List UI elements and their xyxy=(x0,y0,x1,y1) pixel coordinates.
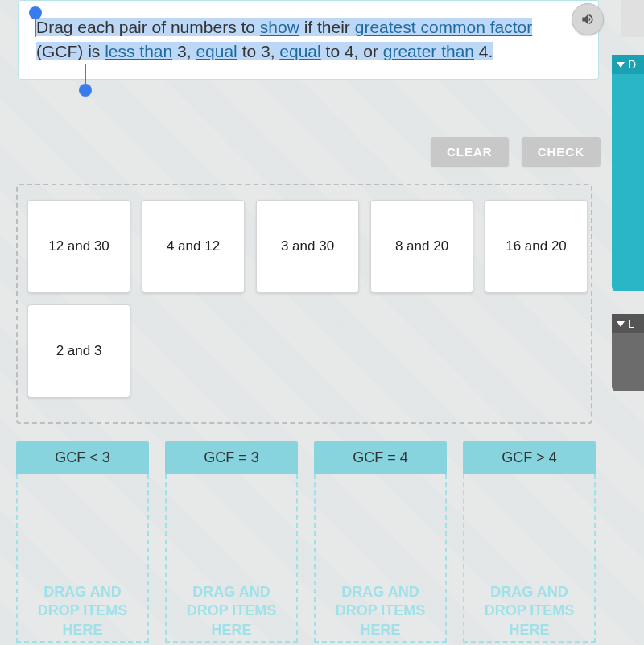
dropzones-row: GCF < 3DRAG AND DROP ITEMS HEREGCF = 3DR… xyxy=(16,441,596,643)
question-prompt: Drag each pair of numbers to show if the… xyxy=(18,0,599,80)
number-card[interactable]: 8 and 20 xyxy=(370,200,473,293)
page-root: Drag each pair of numbers to show if the… xyxy=(0,0,644,645)
prompt-link[interactable]: equal xyxy=(196,42,237,60)
dropzone-header: GCF = 3 xyxy=(165,441,298,474)
selection-caret-start xyxy=(35,16,36,37)
dropzone-placeholder: DRAG AND DROP ITEMS HERE xyxy=(175,583,288,639)
cards-source-area: 12 and 304 and 123 and 308 and 2016 and … xyxy=(16,184,592,424)
selection-handle-end[interactable] xyxy=(79,84,92,97)
clear-button[interactable]: CLEAR xyxy=(431,137,509,167)
dropzone-placeholder: DRAG AND DROP ITEMS HERE xyxy=(26,583,139,639)
dropzone-body[interactable]: DRAG AND DROP ITEMS HERE xyxy=(314,474,447,643)
dropzone-body[interactable]: DRAG AND DROP ITEMS HERE xyxy=(463,474,596,643)
audio-button[interactable] xyxy=(572,3,604,35)
dropzone-placeholder: DRAG AND DROP ITEMS HERE xyxy=(473,583,586,639)
chevron-down-icon xyxy=(617,321,625,327)
prompt-text-span: Drag each pair of numbers to xyxy=(36,18,260,36)
prompt-text-span: if their xyxy=(299,18,355,36)
prompt-text-span: 3, xyxy=(172,42,196,60)
dropzone[interactable]: GCF = 3DRAG AND DROP ITEMS HERE xyxy=(165,441,298,643)
dropzone[interactable]: GCF > 4DRAG AND DROP ITEMS HERE xyxy=(463,441,596,643)
cards-grid: 12 and 304 and 123 and 308 and 2016 and … xyxy=(27,200,591,398)
dropzone-header: GCF < 3 xyxy=(16,441,149,474)
dropzone[interactable]: GCF = 4DRAG AND DROP ITEMS HERE xyxy=(314,441,447,643)
dropzone[interactable]: GCF < 3DRAG AND DROP ITEMS HERE xyxy=(16,441,149,643)
prompt-text-span: to 3, xyxy=(237,42,280,60)
dropzone-header: GCF > 4 xyxy=(463,441,596,474)
number-card[interactable]: 16 and 20 xyxy=(485,200,588,293)
check-button[interactable]: CHECK xyxy=(522,137,601,167)
number-card[interactable]: 4 and 12 xyxy=(142,200,245,293)
prompt-link[interactable]: equal xyxy=(279,42,320,60)
selection-caret-end xyxy=(85,64,86,85)
prompt-link[interactable]: less than xyxy=(105,42,172,60)
prompt-link[interactable]: show xyxy=(260,18,299,36)
side-tab-gray-header[interactable]: L xyxy=(612,314,644,333)
chevron-down-icon xyxy=(617,62,625,68)
prompt-link[interactable]: greater than xyxy=(383,42,474,60)
prompt-link[interactable]: greatest common factor xyxy=(355,18,533,36)
side-tab-gray-label: L xyxy=(628,317,634,330)
side-tab-teal[interactable] xyxy=(612,55,644,291)
dropzone-header: GCF = 4 xyxy=(314,441,447,474)
side-tab-teal-label: D xyxy=(628,58,636,71)
prompt-text-span: (GCF) is xyxy=(36,42,105,60)
dropzone-placeholder: DRAG AND DROP ITEMS HERE xyxy=(324,583,437,639)
speaker-icon xyxy=(580,11,596,27)
prompt-text-span: 4. xyxy=(474,42,493,60)
number-card[interactable]: 2 and 3 xyxy=(27,304,130,398)
action-buttons: CLEAR CHECK xyxy=(431,137,601,167)
number-card[interactable]: 3 and 30 xyxy=(256,200,359,293)
dropzone-body[interactable]: DRAG AND DROP ITEMS HERE xyxy=(165,474,298,643)
side-tabs: D L xyxy=(631,0,644,645)
prompt-text-span: to 4, or xyxy=(321,42,383,60)
number-card[interactable]: 12 and 30 xyxy=(27,200,130,293)
dropzone-body[interactable]: DRAG AND DROP ITEMS HERE xyxy=(16,474,149,643)
side-tab-teal-header[interactable]: D xyxy=(612,55,644,74)
